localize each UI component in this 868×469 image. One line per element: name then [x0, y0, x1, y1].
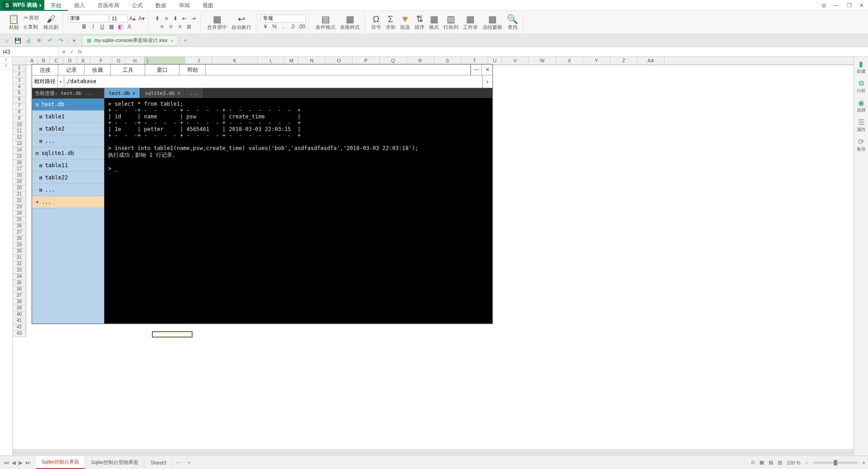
- row-header-18[interactable]: 18: [13, 173, 26, 179]
- col-header-E[interactable]: E: [77, 57, 90, 65]
- row-header-35[interactable]: 35: [13, 280, 26, 286]
- col-header-C[interactable]: C: [50, 57, 63, 65]
- col-header-M[interactable]: M: [285, 57, 298, 65]
- app-tab-testdb[interactable]: test.db×: [104, 88, 140, 98]
- col-header-P[interactable]: P: [353, 57, 380, 65]
- row-header-30[interactable]: 30: [13, 249, 26, 255]
- sheet-first-icon[interactable]: ⏮: [3, 459, 10, 467]
- menu-tab-start[interactable]: 开始: [44, 0, 68, 11]
- row-header-22[interactable]: 22: [13, 198, 26, 204]
- qat-more-icon[interactable]: ▾: [69, 36, 79, 46]
- row-header-38[interactable]: 38: [13, 299, 26, 305]
- zoom-in-icon[interactable]: +: [863, 460, 865, 465]
- align-left-icon[interactable]: ≡: [158, 23, 166, 31]
- row-header-21[interactable]: 21: [13, 192, 26, 198]
- paste-button[interactable]: 📋粘贴: [6, 13, 21, 32]
- col-header-G[interactable]: G: [112, 57, 126, 65]
- row-header-7[interactable]: 7: [13, 103, 26, 109]
- app-tab-sqlite1db[interactable]: sqlite1.db×: [140, 88, 185, 98]
- col-header-D[interactable]: D: [63, 57, 77, 65]
- name-box[interactable]: I43: [0, 48, 59, 56]
- row-header-1[interactable]: 1: [13, 65, 26, 71]
- popout-button[interactable]: ⧉: [817, 0, 830, 10]
- row-header-15[interactable]: 15: [13, 154, 26, 160]
- align-bottom-icon[interactable]: ⬇: [171, 14, 179, 23]
- col-header-L[interactable]: L: [258, 57, 285, 65]
- decrease-font-icon[interactable]: A▾: [137, 14, 146, 23]
- col-header-Y[interactable]: Y: [583, 57, 610, 65]
- format-painter-button[interactable]: 🖌格式刷: [42, 13, 60, 32]
- app-menu-record[interactable]: 记录: [58, 65, 85, 75]
- row-header-32[interactable]: 32: [13, 261, 26, 267]
- sheet-prev-icon[interactable]: ◀: [11, 459, 17, 467]
- qat-save-icon[interactable]: 💾: [13, 36, 23, 46]
- side-backup[interactable]: ⟳备份: [857, 137, 866, 152]
- bold-button[interactable]: B: [80, 23, 88, 31]
- maximize-button[interactable]: ❐: [843, 0, 855, 10]
- font-size-select[interactable]: 11: [109, 14, 127, 23]
- col-header-S[interactable]: S: [434, 57, 461, 65]
- col-header-V[interactable]: V: [502, 57, 529, 65]
- sort-button[interactable]: ⇅排序: [413, 13, 426, 32]
- font-color-button[interactable]: A: [125, 23, 133, 31]
- horizontal-scrollbar[interactable]: [13, 449, 854, 455]
- row-header-8[interactable]: 8: [13, 109, 26, 116]
- menu-tab-view[interactable]: 视图: [196, 0, 220, 11]
- tree-item-7[interactable]: ⊞...: [32, 184, 104, 196]
- path-dropdown-icon[interactable]: ▾: [58, 75, 64, 88]
- row-header-16[interactable]: 16: [13, 160, 26, 166]
- col-header-O[interactable]: O: [326, 57, 353, 65]
- indent-dec-icon[interactable]: ⇤: [180, 14, 189, 23]
- outline-level-2[interactable]: 2: [0, 63, 12, 70]
- underline-button[interactable]: U: [98, 23, 106, 31]
- row-header-10[interactable]: 10: [13, 122, 26, 128]
- merge-center-button[interactable]: ▦合并居中: [205, 13, 229, 32]
- row-header-12[interactable]: 12: [13, 135, 26, 141]
- inc-decimal-icon[interactable]: .0: [288, 23, 297, 31]
- doc-tab-close-icon[interactable]: ×: [170, 38, 173, 43]
- minimize-button[interactable]: —: [830, 0, 843, 10]
- col-header-X[interactable]: X: [556, 57, 583, 65]
- zoom-out-icon[interactable]: −: [805, 460, 808, 465]
- app-menu-window[interactable]: 窗口: [145, 65, 179, 75]
- col-header-Z[interactable]: Z: [610, 57, 637, 65]
- sheet-last-icon[interactable]: ⏭: [24, 459, 32, 467]
- filter-button[interactable]: ▼筛选: [398, 13, 412, 32]
- cond-format-button[interactable]: ▤条件格式: [314, 13, 337, 32]
- sheet-tab-1[interactable]: Sqlite控制台界面: [36, 456, 85, 469]
- row-header-31[interactable]: 31: [13, 255, 26, 261]
- side-select[interactable]: ◉选择: [857, 98, 866, 113]
- qat-home-icon[interactable]: ⌂: [2, 36, 12, 46]
- find-button[interactable]: 🔍查找: [505, 13, 520, 32]
- row-header-4[interactable]: 4: [13, 84, 26, 90]
- side-new[interactable]: ▮新建: [857, 60, 866, 75]
- col-header-AA[interactable]: AA: [637, 57, 665, 65]
- outline-level-1[interactable]: 1: [0, 57, 12, 63]
- col-header-A[interactable]: A: [26, 57, 38, 65]
- app-menu-help[interactable]: 帮助: [179, 65, 206, 75]
- menu-tab-data[interactable]: 数据: [149, 0, 173, 11]
- tree-item-3[interactable]: ⊞...: [32, 135, 104, 147]
- app-menu-favorite[interactable]: 收藏: [85, 65, 111, 75]
- row-header-40[interactable]: 40: [13, 312, 26, 318]
- align-middle-icon[interactable]: ≡: [162, 14, 170, 23]
- row-header-11[interactable]: 11: [13, 128, 26, 135]
- tree-item-1[interactable]: ⊞table1: [32, 111, 104, 123]
- tab-close-icon[interactable]: ×: [178, 91, 180, 96]
- row-header-27[interactable]: 27: [13, 230, 26, 236]
- app-console[interactable]: > select * from table1; + - - -+ - - - -…: [104, 98, 492, 324]
- sheet-menu-icon[interactable]: ⋯: [173, 457, 184, 469]
- row-header-25[interactable]: 25: [13, 217, 26, 223]
- worksheet-button[interactable]: ▦工作表: [461, 13, 480, 32]
- view-icon-4[interactable]: ▥: [778, 460, 782, 465]
- row-header-17[interactable]: 17: [13, 166, 26, 173]
- col-header-T[interactable]: T: [461, 57, 488, 65]
- col-header-W[interactable]: W: [529, 57, 556, 65]
- col-header-R[interactable]: R: [407, 57, 434, 65]
- table-style-button[interactable]: ▦表格样式: [338, 13, 362, 32]
- row-header-5[interactable]: 5: [13, 90, 26, 97]
- row-header-37[interactable]: 37: [13, 293, 26, 299]
- tree-item-0[interactable]: ⊟test.db: [32, 98, 104, 111]
- tree-item-2[interactable]: ⊞table2: [32, 123, 104, 135]
- menu-tab-formula[interactable]: 公式: [126, 0, 149, 11]
